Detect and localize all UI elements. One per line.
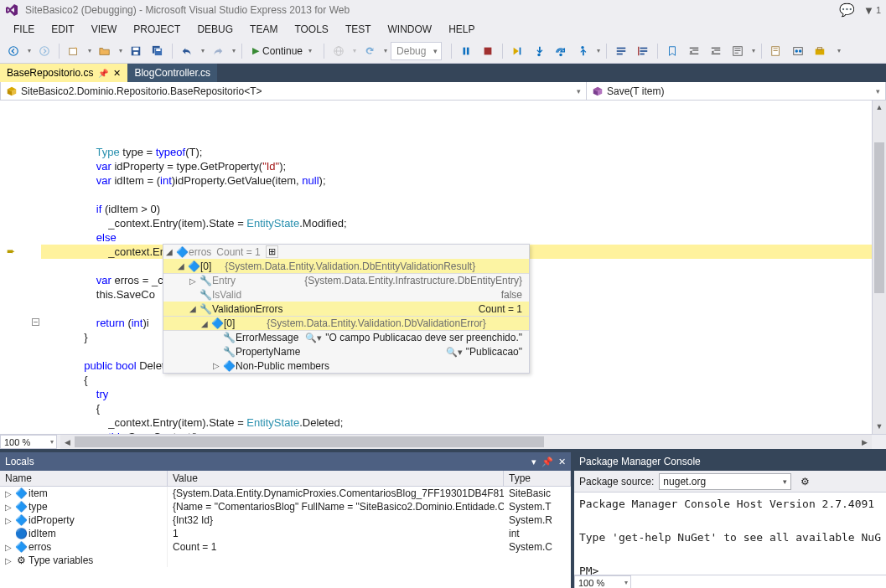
step-into-button[interactable] bbox=[529, 41, 549, 61]
indent-dec-button[interactable] bbox=[684, 41, 704, 61]
pmc-output[interactable]: Package Manager Console Host Version 2.7… bbox=[574, 493, 886, 575]
close-icon[interactable]: ✕ bbox=[558, 456, 566, 467]
nav-fwd-button[interactable] bbox=[34, 41, 54, 61]
undo-dd[interactable]: ▾ bbox=[199, 47, 206, 54]
browser-select-button[interactable] bbox=[329, 41, 349, 61]
svg-rect-12 bbox=[464, 47, 466, 54]
menu-help[interactable]: HELP bbox=[440, 21, 483, 38]
browser-select-dd[interactable]: ▾ bbox=[350, 47, 358, 54]
svg-point-0 bbox=[9, 46, 18, 55]
menu-edit[interactable]: EDIT bbox=[43, 21, 82, 38]
stop-button[interactable] bbox=[478, 41, 498, 61]
locals-grid[interactable]: Name Value Type ▷🔷item{System.Data.Entit… bbox=[0, 471, 571, 567]
new-project-button[interactable] bbox=[64, 41, 84, 61]
menu-team[interactable]: TEAM bbox=[241, 21, 286, 38]
save-button[interactable] bbox=[126, 41, 146, 61]
pmc-src-label: Package source: bbox=[579, 476, 654, 487]
tab-blogcontroller[interactable]: BlogController.cs bbox=[127, 64, 217, 82]
breakpoint-margin[interactable]: ➨ bbox=[0, 101, 29, 434]
pin-icon[interactable]: 📌 bbox=[98, 69, 108, 78]
bookmark-button[interactable] bbox=[662, 41, 682, 61]
locals-row[interactable]: ▷🔷idProperty bbox=[0, 513, 168, 527]
vertical-scrollbar[interactable]: ▲ ▼ bbox=[872, 101, 886, 434]
svg-rect-26 bbox=[690, 47, 699, 48]
show-next-statement-button[interactable] bbox=[507, 41, 527, 61]
redo-dd[interactable]: ▾ bbox=[230, 47, 237, 54]
step-over-button[interactable] bbox=[551, 41, 571, 61]
toolbox-button[interactable] bbox=[810, 41, 830, 61]
config-combo[interactable]: Debug bbox=[391, 42, 442, 60]
undo-button[interactable] bbox=[177, 41, 197, 61]
refresh-button[interactable] bbox=[360, 41, 380, 61]
magnify-icon[interactable]: 🔍▾ bbox=[446, 347, 463, 357]
svg-rect-35 bbox=[735, 52, 738, 53]
menu-test[interactable]: TEST bbox=[337, 21, 380, 38]
member-nav-combo[interactable]: Save(T item) bbox=[587, 82, 886, 101]
menu-project[interactable]: PROJECT bbox=[125, 21, 189, 38]
notifications-icon[interactable]: ▼1 bbox=[863, 4, 881, 17]
toolbar-overflow[interactable]: ▾ bbox=[835, 47, 842, 54]
locals-row[interactable]: ▷⚙Type variables bbox=[0, 554, 168, 567]
menu-view[interactable]: VIEW bbox=[83, 21, 126, 38]
locals-row[interactable]: ▷🔷type bbox=[0, 500, 168, 513]
code-editor[interactable]: ➨ − Type type = typeof(T); var idPropert… bbox=[0, 101, 886, 434]
new-project-dd[interactable]: ▾ bbox=[85, 47, 93, 54]
close-icon[interactable]: ✕ bbox=[113, 68, 121, 79]
class-icon bbox=[6, 85, 18, 97]
uncomment-button[interactable] bbox=[633, 41, 653, 61]
debug-dd[interactable]: ▾ bbox=[594, 47, 602, 54]
nav-back-button[interactable] bbox=[3, 41, 23, 61]
tab-baserepositorio[interactable]: BaseRepositorio.cs 📌 ✕ bbox=[0, 64, 127, 82]
svg-rect-19 bbox=[617, 47, 626, 49]
debug-datatip[interactable]: ◢🔷errosCount = 1⊞ ◢🔷[0]{System.Data.Enti… bbox=[163, 244, 530, 374]
open-file-button[interactable] bbox=[95, 41, 115, 61]
svg-rect-20 bbox=[617, 50, 626, 52]
var-icon: 🔷 bbox=[187, 260, 200, 272]
menu-debug[interactable]: DEBUG bbox=[189, 21, 241, 38]
svg-rect-28 bbox=[690, 53, 699, 54]
menu-tools[interactable]: TOOLS bbox=[286, 21, 336, 38]
window-position-icon[interactable]: ▾ bbox=[531, 456, 536, 467]
pin-icon[interactable]: 📌 bbox=[541, 456, 553, 467]
indent-inc-button[interactable] bbox=[706, 41, 726, 61]
package-source-combo[interactable]: nuget.org bbox=[659, 473, 791, 490]
col-name[interactable]: Name bbox=[0, 471, 168, 487]
prop-icon: 🔧 bbox=[222, 346, 236, 358]
col-value[interactable]: Value bbox=[168, 471, 504, 487]
locals-row[interactable]: ▷🔷item bbox=[0, 487, 168, 500]
magnify-icon[interactable]: 🔍▾ bbox=[305, 333, 322, 343]
menu-window[interactable]: WINDOW bbox=[380, 21, 441, 38]
type-nav-combo[interactable]: SiteBasico2.Dominio.Repositorio.BaseRepo… bbox=[0, 82, 587, 101]
step-out-button[interactable] bbox=[573, 41, 593, 61]
feedback-icon[interactable]: 💬 bbox=[839, 3, 855, 18]
nav-back-dd[interactable]: ▾ bbox=[25, 47, 33, 54]
team-explorer-button[interactable] bbox=[788, 41, 808, 61]
svg-point-16 bbox=[538, 53, 541, 56]
col-type[interactable]: Type bbox=[504, 471, 571, 487]
comment-button[interactable] bbox=[611, 41, 631, 61]
refresh-icon[interactable]: ⊞ bbox=[266, 245, 278, 258]
solution-explorer-button[interactable] bbox=[766, 41, 786, 61]
locals-row[interactable]: ▷🔷erros bbox=[0, 540, 168, 554]
bottom-panels: Locals ▾ 📌 ✕ Name Value Type ▷🔷item{Syst… bbox=[0, 449, 886, 588]
pmc-toolbar: Package source: nuget.org ⚙ bbox=[574, 471, 886, 493]
svg-rect-13 bbox=[467, 47, 469, 54]
horizontal-scrollbar[interactable]: ◀ ▶ bbox=[60, 435, 872, 449]
prop-icon: 🔧 bbox=[199, 289, 212, 301]
zoom-combo[interactable]: 100 % bbox=[0, 435, 57, 449]
locals-row[interactable]: 🔵idItem bbox=[0, 527, 168, 540]
open-file-dd[interactable]: ▾ bbox=[117, 47, 124, 54]
format-button[interactable] bbox=[728, 41, 748, 61]
save-all-button[interactable] bbox=[148, 41, 168, 61]
format-dd[interactable]: ▾ bbox=[749, 47, 757, 54]
menu-file[interactable]: FILE bbox=[5, 21, 43, 38]
continue-button[interactable]: ▶Continue▾ bbox=[246, 41, 319, 61]
pause-button[interactable] bbox=[456, 41, 476, 61]
refresh-dd[interactable]: ▾ bbox=[381, 47, 389, 54]
pmc-settings-button[interactable]: ⚙ bbox=[796, 473, 813, 490]
svg-point-17 bbox=[560, 53, 563, 56]
outline-margin[interactable]: − bbox=[29, 101, 41, 434]
collapse-icon[interactable]: − bbox=[32, 318, 39, 326]
redo-button[interactable] bbox=[208, 41, 228, 61]
pmc-zoom-combo[interactable]: 100 % bbox=[574, 575, 631, 588]
